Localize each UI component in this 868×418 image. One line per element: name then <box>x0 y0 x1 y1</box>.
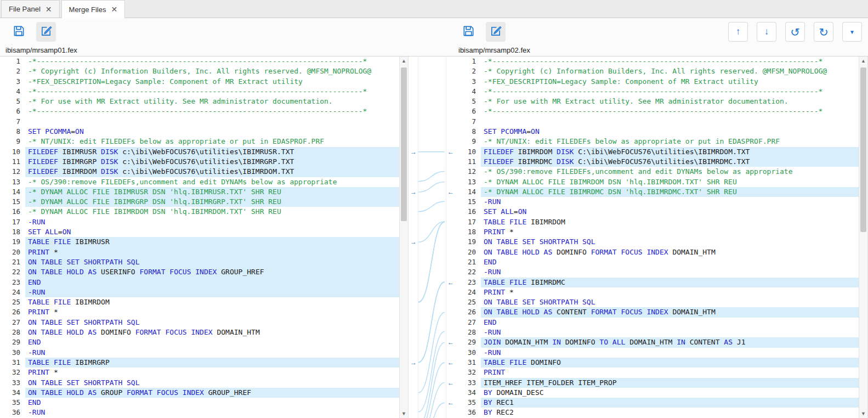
code-line[interactable]: BY REC1 <box>481 398 859 408</box>
code-line[interactable]: TABLE FILE IBIMRGRP <box>25 358 399 368</box>
right-edit-button[interactable] <box>486 22 506 42</box>
code-line[interactable]: -RUN <box>25 348 399 358</box>
merge-left-arrow-icon[interactable]: ← <box>446 338 455 347</box>
code-line[interactable]: END <box>25 278 399 287</box>
code-line[interactable]: -RUN <box>25 217 399 227</box>
code-line[interactable]: ON TABLE HOLD AS GROUP FORMAT FOCUS INDE… <box>25 388 399 398</box>
code-line[interactable]: JOIN DOMAIN_HTM IN DOMINFO TO ALL DOMAIN… <box>481 337 859 347</box>
code-line[interactable]: ITEM_HREF ITEM_FOLDER ITEM_PROP <box>481 378 859 388</box>
next-diff-button[interactable]: ↓ <box>757 22 776 42</box>
scroll-up-icon[interactable]: ▲ <box>400 57 408 65</box>
code-line[interactable]: -*FEX_DESCRIPTION=Legacy Sample: Compone… <box>481 77 859 87</box>
code-line[interactable]: FILEDEF IBIMRGRP DISK c:\ibi\WebFOCUS76\… <box>25 157 399 167</box>
merge-left-arrow-icon[interactable]: ← <box>446 398 455 407</box>
code-line[interactable]: PRINT * <box>25 368 399 377</box>
code-line[interactable]: PRINT * <box>25 247 399 257</box>
code-line[interactable]: -*--------------------------------------… <box>481 106 859 116</box>
tab-close-icon[interactable]: ✕ <box>46 5 52 13</box>
code-line[interactable]: FILEDEF IBIMRUSR DISK c:\ibi\WebFOCUS76\… <box>25 147 399 157</box>
right-code-editor[interactable]: -*--------------------------------------… <box>481 57 859 418</box>
code-line[interactable]: ON TABLE SET SHORTPATH SQL <box>25 257 399 267</box>
code-line[interactable]: -* NT/UNIX: edit FILEDEFs below as appro… <box>481 137 859 146</box>
scroll-down-icon[interactable]: ▼ <box>400 409 408 418</box>
code-line[interactable]: END <box>25 337 399 347</box>
code-line[interactable]: ON TABLE HOLD AS CONTENT FORMAT FOCUS IN… <box>481 307 859 317</box>
undo-button[interactable]: ↺ <box>785 22 805 42</box>
code-line[interactable]: END <box>481 257 859 267</box>
code-line[interactable]: TABLE FILE IBIMRDMC <box>481 278 859 287</box>
right-scrollbar[interactable]: ▲ ▼ <box>859 57 868 418</box>
code-line[interactable]: TABLE FILE IBIMRDOM <box>25 297 399 307</box>
code-line[interactable]: BY REC2 <box>481 408 859 417</box>
code-line[interactable]: -RUN <box>481 327 859 337</box>
left-code-editor[interactable]: -*--------------------------------------… <box>25 57 399 418</box>
code-line[interactable]: -* For use with MR Extract utility. See … <box>481 97 859 106</box>
code-line[interactable]: -* DYNAM ALLOC FILE IBIMRDOM DSN 'hlq.IB… <box>481 177 859 187</box>
code-line[interactable]: -*--------------------------------------… <box>481 57 859 66</box>
code-line[interactable]: FILEDEF IBIMRDOM DISK C:\ibi\WebFOCUS76\… <box>481 147 859 157</box>
merge-right-arrow-icon[interactable]: → <box>409 358 418 367</box>
scroll-up-icon[interactable]: ▲ <box>859 57 867 65</box>
merge-right-arrow-icon[interactable]: → <box>409 188 418 196</box>
merge-left-arrow-icon[interactable]: ← <box>446 379 455 387</box>
left-scrollbar[interactable]: ▲ ▼ <box>399 57 409 418</box>
code-line[interactable] <box>481 117 859 127</box>
code-line[interactable]: -*--------------------------------------… <box>25 87 399 97</box>
tab-merge-files[interactable]: Merge Files ✕ <box>61 0 126 18</box>
code-line[interactable]: ON TABLE SET SHORTPATH SQL <box>25 378 399 388</box>
code-line[interactable]: ON TABLE SET SHORTPATH SQL <box>25 318 399 327</box>
merge-left-arrow-icon[interactable]: ← <box>446 358 455 367</box>
merge-left-arrow-icon[interactable]: ← <box>446 278 455 287</box>
code-line[interactable]: BY DOMAIN_DESC <box>481 388 859 398</box>
merge-left-arrow-icon[interactable]: ← <box>446 188 455 196</box>
code-line[interactable]: -* For use with MR Extract utility. See … <box>25 97 399 106</box>
merge-right-arrow-icon[interactable]: → <box>409 238 418 246</box>
merge-options-dropdown[interactable]: ▼ <box>842 22 862 42</box>
code-line[interactable]: END <box>481 318 859 327</box>
merge-left-arrow-icon[interactable]: ← <box>446 148 455 156</box>
code-line[interactable]: SET ALL=ON <box>25 227 399 237</box>
code-line[interactable]: -* DYNAM ALLOC FILE IBIMRDOM DSN 'hlq.IB… <box>25 207 399 217</box>
left-edit-button[interactable] <box>36 22 56 42</box>
code-line[interactable]: TABLE FILE IBIMRDOM <box>481 217 859 227</box>
code-line[interactable]: ON TABLE SET SHORTPATH SQL <box>481 237 859 247</box>
redo-button[interactable]: ↻ <box>814 22 833 42</box>
right-save-button[interactable] <box>458 22 478 42</box>
right-scrollbar-thumb[interactable] <box>860 67 866 232</box>
code-line[interactable]: ON TABLE SET SHORTPATH SQL <box>481 297 859 307</box>
code-line[interactable]: -RUN <box>481 197 859 207</box>
code-line[interactable]: END <box>25 398 399 408</box>
code-line[interactable]: FILEDEF IBIMRDOM DISK c:\ibi\WebFOCUS76\… <box>25 167 399 177</box>
code-line[interactable]: -* OS/390:remove FILEDEFs,uncomment and … <box>25 177 399 187</box>
code-line[interactable]: -* NT/UNIX: edit FILEDEFs below as appro… <box>25 137 399 146</box>
scroll-down-icon[interactable]: ▼ <box>859 409 867 418</box>
code-line[interactable]: ON TABLE HOLD AS USERINFO FORMAT FOCUS I… <box>25 267 399 277</box>
tab-close-icon[interactable]: ✕ <box>111 5 117 13</box>
code-line[interactable]: -* OS/390:remove FILEDEFs,uncomment and … <box>481 167 859 177</box>
code-line[interactable]: SET PCOMMA=ON <box>481 127 859 137</box>
tab-file-panel[interactable]: File Panel ✕ <box>1 0 60 18</box>
code-line[interactable]: -*--------------------------------------… <box>25 57 399 66</box>
code-line[interactable]: -*--------------------------------------… <box>481 87 859 97</box>
code-line[interactable]: -* DYNAM ALLOC FILE IBIMRDMC DSN 'hlq.IB… <box>481 187 859 197</box>
code-line[interactable]: -* Copyright (c) Information Builders, I… <box>481 66 859 76</box>
code-line[interactable]: PRINT * <box>481 227 859 237</box>
code-line[interactable]: -* DYNAM ALLOC FILE IBIMRGRP DSN 'hlq.IB… <box>25 197 399 207</box>
code-line[interactable]: ON TABLE HOLD AS DOMINFO FORMAT FOCUS IN… <box>481 247 859 257</box>
left-save-button[interactable] <box>9 22 29 42</box>
code-line[interactable]: TABLE FILE IBIMRUSR <box>25 237 399 247</box>
code-line[interactable]: PRINT <box>481 368 859 377</box>
code-line[interactable]: -*FEX_DESCRIPTION=Legacy Sample: Compone… <box>25 77 399 87</box>
code-line[interactable]: ON TABLE HOLD AS DOMINFO FORMAT FOCUS IN… <box>25 327 399 337</box>
code-line[interactable]: SET PCOMMA=ON <box>25 127 399 137</box>
code-line[interactable]: -* DYNAM ALLOC FILE IBIMRUSR DSN 'hlq.IB… <box>25 187 399 197</box>
code-line[interactable]: -RUN <box>481 348 859 358</box>
merge-right-arrow-icon[interactable]: → <box>409 148 418 156</box>
code-line[interactable]: -RUN <box>25 408 399 417</box>
code-line[interactable]: FILEDEF IBIMRDMC DISK C:\ibi\WebFOCUS76\… <box>481 157 859 167</box>
left-scrollbar-thumb[interactable] <box>401 67 407 221</box>
code-line[interactable]: PRINT * <box>25 307 399 317</box>
code-line[interactable]: -*--------------------------------------… <box>25 106 399 116</box>
code-line[interactable] <box>25 117 399 127</box>
previous-diff-button[interactable]: ↑ <box>728 22 748 42</box>
